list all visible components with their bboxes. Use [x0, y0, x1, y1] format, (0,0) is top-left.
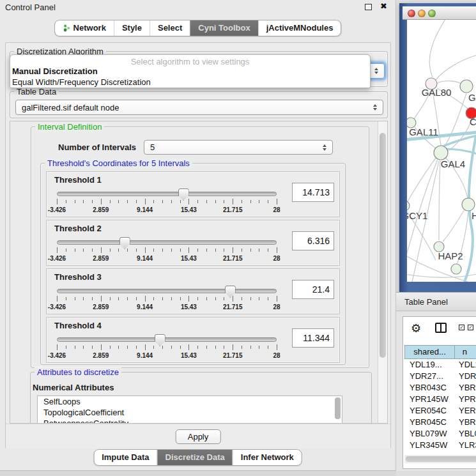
horizontal-scrollbar-thumb[interactable] — [406, 456, 476, 462]
network-window-titlebar — [403, 6, 476, 20]
cell-shared-name[interactable]: YPR145W — [404, 394, 454, 405]
table-row[interactable]: YBR045CYBR0 — [404, 417, 476, 428]
cell-shared-name[interactable]: YDR27... — [404, 371, 454, 382]
network-node-gal4[interactable] — [434, 146, 448, 160]
tab-jactivemnodules[interactable]: jActiveMNodules — [258, 20, 341, 36]
network-node-label: GAL80 — [422, 87, 452, 98]
network-canvas[interactable]: GAL80GACGAL11GAL4GCY1HHAP2 — [407, 20, 476, 282]
threshold-value-field[interactable] — [292, 183, 334, 202]
zoom-traffic-light[interactable] — [428, 10, 436, 17]
slider-track[interactable] — [57, 240, 277, 245]
table-row[interactable]: YIL052CYIL0 — [404, 451, 476, 454]
tab-select[interactable]: Select — [150, 20, 190, 36]
threshold-slider-2[interactable]: -3.4262.8599.14415.4321.71528 — [57, 237, 277, 264]
tab-cyni-toolbox[interactable]: Cyni Toolbox — [190, 20, 257, 36]
network-node[interactable] — [451, 264, 461, 274]
slider-ticks — [57, 199, 277, 205]
cell-shared-name[interactable]: YER054C — [404, 405, 454, 417]
cell-shared-name[interactable]: YBR043C — [404, 382, 454, 394]
attribute-item-selfloops[interactable]: SelfLoops — [38, 396, 342, 407]
table-row[interactable]: YBR043CYBR0 — [404, 382, 476, 394]
table-row[interactable]: YER054CYER0 — [404, 405, 476, 417]
cell-name[interactable]: YDL1 — [454, 359, 476, 371]
table-row[interactable]: YPR145WYPR1 — [404, 394, 476, 405]
apply-button[interactable]: Apply — [176, 429, 221, 444]
threshold-panel-3: Threshold 3-3.4262.8599.14415.4321.71528 — [46, 268, 340, 314]
close-traffic-light[interactable] — [408, 10, 415, 17]
slider-tick-labels: -3.4262.8599.14415.4321.71528 — [57, 255, 277, 263]
column-header-name[interactable]: n — [454, 345, 476, 359]
tab-style[interactable]: Style — [114, 20, 150, 36]
table-data-group: Table Data galFiltered.sif default node — [10, 91, 388, 118]
number-of-intervals-combobox[interactable]: 5 — [144, 140, 333, 155]
threshold-slider-1[interactable]: -3.4262.8599.14415.4321.71528 — [57, 188, 277, 215]
network-node-ga[interactable] — [460, 80, 473, 93]
list-scrollbar-thumb[interactable] — [335, 397, 341, 419]
network-edge[interactable] — [429, 20, 447, 77]
thresholds-group: Threshold's Coordinates for 5 Intervals … — [40, 163, 346, 365]
network-edge[interactable] — [436, 55, 476, 80]
tab-impute-data[interactable]: Impute Data — [94, 450, 157, 465]
minimize-traffic-light[interactable] — [418, 10, 426, 17]
attribute-item-betweennesscentrality[interactable]: BetweennessCentrality — [38, 418, 342, 424]
network-edge[interactable] — [443, 210, 464, 242]
split-columns-icon[interactable] — [435, 323, 447, 333]
cell-name[interactable]: YLR3 — [454, 440, 476, 451]
right-column: GAL80GACGAL11GAL4GCY1HHAP2 Table Panel ⚙… — [396, 0, 476, 476]
network-edge[interactable] — [439, 160, 440, 240]
attribute-item-topologicalcoefficient[interactable]: TopologicalCoefficient — [38, 407, 342, 418]
network-node-h[interactable] — [462, 198, 475, 211]
cell-shared-name[interactable]: YDL19... — [404, 359, 454, 371]
network-edge-thick[interactable] — [443, 149, 476, 154]
table-panel-header: Table Panel — [396, 292, 476, 311]
gear-icon[interactable]: ⚙ — [411, 321, 421, 335]
vertical-scrollbar-thumb[interactable] — [380, 133, 386, 358]
cell-shared-name[interactable]: YBL079W — [404, 428, 454, 440]
table-row[interactable]: YLR345WYLR3 — [404, 440, 476, 451]
threshold-slider-4[interactable]: -3.4262.8599.14415.4321.71528 — [57, 334, 277, 361]
network-node-gcy1[interactable] — [407, 201, 410, 211]
slider-track[interactable] — [57, 337, 277, 342]
cell-shared-name[interactable]: YIL052C — [404, 451, 454, 454]
cell-name[interactable]: YDR2 — [454, 371, 476, 382]
threshold-value-field[interactable] — [292, 231, 334, 250]
threshold-panel-2: Threshold 2-3.4262.8599.14415.4321.71528 — [46, 220, 340, 266]
slider-track[interactable] — [57, 289, 277, 293]
cell-shared-name[interactable]: YBR045C — [404, 417, 454, 428]
checkbox-icon[interactable]: ✓ — [459, 325, 464, 330]
cell-name[interactable]: YBL0 — [454, 428, 476, 440]
cell-name[interactable]: YBR0 — [454, 382, 476, 394]
list-scrollbar[interactable] — [335, 397, 341, 424]
network-node-label: C — [470, 116, 476, 127]
threshold-value-field[interactable] — [292, 280, 334, 299]
tab-network[interactable]: Network — [55, 20, 114, 36]
tab-label: Discretize Data — [165, 452, 225, 462]
threshold-value-field[interactable] — [292, 328, 334, 348]
algorithm-placeholder-option[interactable]: Select algorithm to view settings — [10, 55, 370, 66]
float-window-icon[interactable] — [365, 4, 372, 10]
column-header-shared-name[interactable]: shared... — [404, 345, 454, 359]
table-data-combobox[interactable]: galFiltered.sif default node — [15, 100, 383, 115]
table-toolbar: ⚙ ✓ ✓ — [403, 317, 476, 341]
cell-name[interactable]: YBR0 — [454, 417, 476, 428]
tab-discretize-data[interactable]: Discretize Data — [157, 450, 233, 465]
cell-name[interactable]: YPR1 — [454, 394, 476, 405]
network-graph: GAL80GACGAL11GAL4GCY1HHAP2 — [407, 20, 476, 282]
close-icon[interactable]: ✖ — [380, 1, 387, 11]
vertical-scrollbar[interactable] — [378, 121, 387, 423]
algorithm-option-equal-width-frequency-discretization[interactable]: Equal Width/Frequency Discretization — [10, 77, 370, 88]
threshold-slider-3[interactable]: -3.4262.8599.14415.4321.71528 — [57, 286, 277, 312]
tab-infer-network[interactable]: Infer Network — [233, 450, 302, 465]
network-edge[interactable] — [437, 81, 461, 84]
algorithm-option-manual-discretization[interactable]: Manual Discretization — [10, 66, 370, 77]
cell-name[interactable]: YER0 — [454, 405, 476, 417]
horizontal-scrollbar[interactable] — [404, 455, 476, 463]
slider-track[interactable] — [57, 192, 277, 196]
table-row[interactable]: YDL19...YDL1 — [404, 359, 476, 371]
cell-shared-name[interactable]: YLR345W — [404, 440, 454, 451]
table-row[interactable]: YBL079WYBL0 — [404, 428, 476, 440]
table-row[interactable]: YDR27...YDR2 — [404, 371, 476, 382]
cell-name[interactable]: YIL0 — [454, 451, 476, 454]
slider-ticks — [57, 296, 277, 302]
checkbox-icon[interactable]: ✓ — [468, 325, 473, 330]
